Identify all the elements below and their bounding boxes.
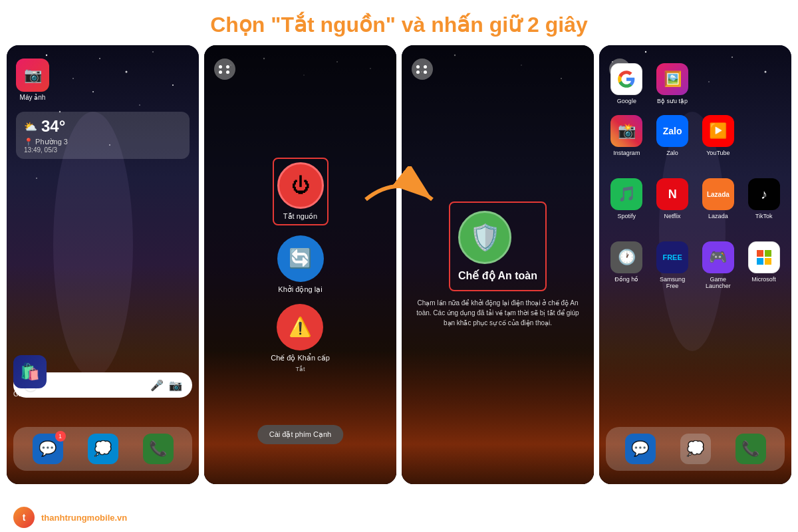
clock-icon: 🕐 [610,241,642,273]
restart-item[interactable]: 🔄 Khởi động lại [277,235,324,294]
microsoft-label: Microsoft [751,276,776,283]
microsoft-app[interactable]: Microsoft [744,241,783,289]
messages-badge: 1 [55,431,66,442]
youtube-label: YouTube [706,150,730,156]
phone1-content: 📷 Máy ảnh ⛅ 34° 📍 Phường 3 13:49, 05/3 G… [7,45,199,484]
tiktok-app[interactable]: ♪ TikTok [744,178,783,219]
phone4-phone-icon[interactable]: 📞 [735,434,766,464]
emergency-label: Chế độ Khẩn cấp [271,354,330,362]
camera-label: Máy ảnh [16,94,49,101]
phone1-dock: 💬 1 💭 📞 [13,427,192,471]
galaxy-store-icon: 🛍️ [13,355,47,388]
power-menu: ⏻ Tắt nguồn 🔄 Khởi động lại ⚠️ Chế độ Kh… [223,158,377,372]
microsoft-icon [748,241,780,273]
weather-widget: ⛅ 34° 📍 Phường 3 13:49, 05/3 [16,112,190,159]
spotify-app[interactable]: 🎵 Spotify [607,178,646,219]
spotify-icon: 🎵 [610,178,642,210]
samsung-free-icon: FREE [656,241,688,273]
zalo-icon: Zalo [656,115,688,147]
phone4-content: Google 🖼️ Bộ sưu tập 📸 Instagram Zal [599,45,791,484]
clock-app[interactable]: 🕐 Đồng hồ [607,241,646,289]
empty-app-1 [699,63,738,104]
phone4-dock: 💬 💭 📞 [606,427,785,471]
messages-dock-icon[interactable]: 💬 1 [33,434,63,464]
weather-time: 13:49, 05/3 [24,146,182,154]
phone-4: Google 🖼️ Bộ sưu tập 📸 Instagram Zal [599,45,791,484]
svg-rect-31 [757,250,763,257]
game-launcher-icon: 🎮 [702,241,734,273]
phone-2: ⏻ Tắt nguồn 🔄 Khởi động lại ⚠️ Chế độ Kh… [204,45,396,484]
gallery-label: Bộ sưu tập [657,98,688,104]
restart-btn[interactable]: 🔄 [277,235,324,282]
camera-icon: 📷 [16,59,49,92]
empty-app-3 [744,115,783,156]
gallery-app[interactable]: 🖼️ Bộ sưu tập [653,63,692,104]
brand-logo-char: t [23,512,26,523]
edge-settings-btn[interactable]: Cài đặt phím Cạnh [257,425,343,444]
samsung-free-app[interactable]: FREE Samsung Free [653,241,692,289]
brand-name: thanhtrungmobile.vn [41,513,127,523]
gallery-icon: 🖼️ [656,63,688,95]
tiktok-icon: ♪ [748,178,780,210]
weather-top: ⛅ 34° [24,117,182,136]
power-off-btn[interactable]: ⏻ [277,162,324,209]
instagram-icon: 📸 [610,115,642,147]
restart-label: Khởi động lại [278,285,322,294]
safe-mode-icon: 🛡️ [458,211,511,264]
game-launcher-label: Game Launcher [699,276,738,289]
zalo-label: Zalo [666,150,678,156]
emergency-item[interactable]: ⚠️ Chế độ Khẩn cấp Tắt [271,304,330,372]
weather-icon: ⛅ [24,120,37,133]
netflix-icon: N [656,178,688,210]
phone4-apps-row4: 🕐 Đồng hồ FREE Samsung Free 🎮 Game Launc… [599,241,791,289]
mic-icon: 🎤 [150,379,164,392]
zalo-app[interactable]: Zalo Zalo [653,115,692,156]
instagram-app[interactable]: 📸 Instagram [607,115,646,156]
svg-rect-32 [765,250,771,257]
netflix-label: Netflix [664,213,681,219]
google-label: Google [617,98,636,104]
google-app[interactable]: Google [607,63,646,104]
camera-app[interactable]: 📷 Máy ảnh [16,59,49,101]
netflix-app[interactable]: N Netflix [653,178,692,219]
weather-temp: 34° [41,117,65,136]
game-launcher-app[interactable]: 🎮 Game Launcher [699,241,738,289]
youtube-icon: ▶️ [702,115,734,147]
google-icon [610,63,642,95]
galaxy-store-app[interactable]: 🛍️ Galaxy Store [13,355,52,398]
youtube-app[interactable]: ▶️ YouTube [699,115,738,156]
lazada-label: Lazada [708,213,728,219]
phone-dock-icon[interactable]: 📞 [143,434,174,464]
phone4-messages-icon[interactable]: 💬 [625,434,656,464]
phones-container: 📷 Máy ảnh ⛅ 34° 📍 Phường 3 13:49, 05/3 G… [0,45,798,484]
phone4-chat-icon[interactable]: 💭 [680,434,711,464]
safe-mode-highlight[interactable]: 🛡️ Chế độ An toàn [449,201,547,291]
tiktok-label: TikTok [755,213,773,219]
svg-rect-33 [757,258,763,265]
empty-app-2 [744,63,783,104]
emergency-btn[interactable]: ⚠️ [277,304,323,350]
samsung-free-label: Samsung Free [653,276,692,289]
phone-1: 📷 Máy ảnh ⛅ 34° 📍 Phường 3 13:49, 05/3 G… [7,45,199,484]
page-title: Chọn "Tắt nguồn" và nhấn giữ 2 giây [0,0,798,45]
safe-mode-desc: Chạm lần nữa để khởi động lại điện thoại… [415,298,581,328]
power-off-label: Tắt nguồn [283,212,317,221]
phone4-apps-row2: 📸 Instagram Zalo Zalo ▶️ YouTube [599,115,791,156]
phone4-apps-row3: 🎵 Spotify N Netflix Lazada Lazada ♪ TikT… [599,178,791,219]
search-icons: 🎤 📷 [150,379,182,392]
brand-bar: t thanhtrungmobile.vn [0,503,798,532]
power-off-item[interactable]: ⏻ Tắt nguồn [273,158,329,225]
brand-logo: t [13,507,35,528]
phone3-content: 🛡️ Chế độ An toàn Chạm lần nữa để khởi đ… [402,45,594,484]
safe-mode-label: Chế độ An toàn [458,269,537,282]
lazada-app[interactable]: Lazada Lazada [699,178,738,219]
instagram-label: Instagram [613,150,640,156]
lens-icon: 📷 [169,379,182,392]
lazada-icon: Lazada [702,178,734,210]
chat-dock-icon[interactable]: 💭 [88,434,118,464]
spotify-label: Spotify [618,213,636,219]
svg-rect-34 [765,258,771,265]
clock-label: Đồng hồ [614,276,638,283]
weather-location: 📍 Phường 3 [24,138,182,146]
emergency-sublabel: Tắt [295,366,305,372]
